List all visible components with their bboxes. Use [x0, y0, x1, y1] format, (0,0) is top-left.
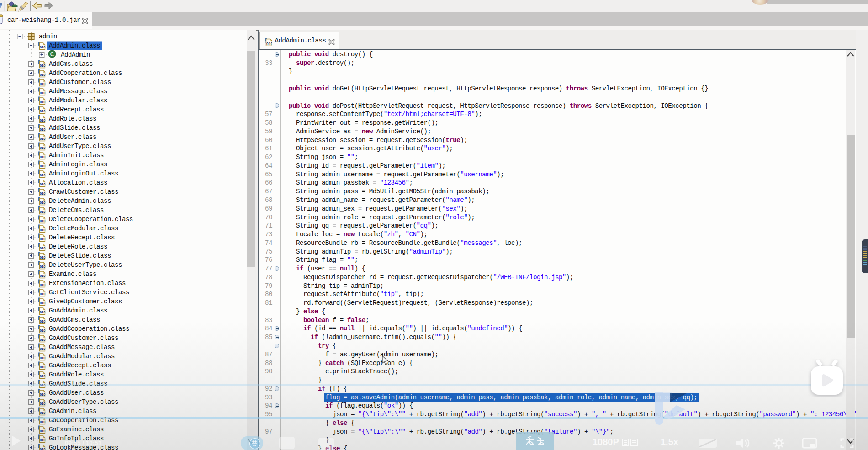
svg-text:AddAdmin: AddAdmin [61, 51, 90, 58]
svg-text:DeleteAdmin.class: DeleteAdmin.class [49, 197, 111, 205]
svg-text:010: 010 [40, 173, 46, 177]
svg-text:AddCms.class: AddCms.class [49, 60, 93, 68]
svg-text:AddMessage.class: AddMessage.class [49, 88, 107, 95]
svg-text:010: 010 [40, 338, 46, 342]
svg-text:010: 010 [40, 73, 46, 77]
svg-text:010: 010 [40, 265, 46, 269]
svg-text:GoAddCooperation.class: GoAddCooperation.class [49, 325, 129, 333]
svg-text:DeleteSlide.class: DeleteSlide.class [49, 252, 111, 259]
svg-text:AdminInit.class: AdminInit.class [49, 152, 104, 159]
svg-text:010: 010 [40, 429, 46, 433]
svg-text:010: 010 [40, 328, 46, 333]
svg-text:AddCustomer.class: AddCustomer.class [49, 79, 111, 86]
svg-text:010: 010 [40, 411, 46, 415]
svg-text:CrawlCustomer.class: CrawlCustomer.class [49, 188, 118, 196]
svg-text:010: 010 [40, 164, 46, 168]
svg-text:010: 010 [40, 45, 46, 49]
svg-text:010: 010 [40, 118, 46, 122]
svg-text:GoAddModular.class: GoAddModular.class [49, 353, 115, 360]
svg-text:010: 010 [40, 246, 46, 250]
svg-text:010: 010 [40, 100, 46, 104]
svg-text:GoExamine.class: GoExamine.class [49, 426, 104, 433]
svg-text:010: 010 [40, 347, 46, 351]
svg-text:010: 010 [40, 237, 46, 241]
svg-text:010: 010 [40, 191, 46, 196]
svg-text:GoAddRole.class: GoAddRole.class [49, 371, 104, 378]
svg-text:010: 010 [40, 255, 46, 259]
svg-text:AddRecept.class: AddRecept.class [49, 106, 104, 113]
svg-text:010: 010 [40, 274, 46, 278]
svg-text:010: 010 [40, 201, 46, 205]
svg-text:010: 010 [40, 420, 46, 424]
svg-text:010: 010 [40, 109, 46, 113]
svg-text:AdminLoginOut.class: AdminLoginOut.class [49, 170, 118, 177]
svg-text:Examine.class: Examine.class [49, 270, 96, 278]
svg-text:010: 010 [40, 402, 46, 406]
svg-text:GoAddMessage.class: GoAddMessage.class [49, 344, 115, 351]
svg-text:DeleteCooperation.class: DeleteCooperation.class [49, 216, 133, 223]
svg-text:010: 010 [40, 219, 46, 223]
svg-text:010: 010 [40, 228, 46, 232]
svg-text:010: 010 [40, 438, 46, 442]
svg-text:GoAddCustomer.class: GoAddCustomer.class [49, 334, 118, 342]
svg-text:010: 010 [40, 301, 46, 305]
svg-text:GetClientService.class: GetClientService.class [49, 289, 129, 296]
svg-text:AdminLogin.class: AdminLogin.class [49, 161, 107, 168]
svg-text:ExtensionAction.class: ExtensionAction.class [49, 280, 126, 287]
svg-text:AddUserType.class: AddUserType.class [49, 143, 111, 150]
svg-text:010: 010 [40, 182, 46, 186]
svg-text:GoAdmin.class: GoAdmin.class [49, 408, 96, 415]
svg-text:010: 010 [40, 210, 46, 214]
svg-text:010: 010 [40, 91, 46, 95]
svg-text:GiveUpCustomer.class: GiveUpCustomer.class [49, 298, 122, 305]
svg-text:010: 010 [40, 283, 46, 287]
svg-text:C: C [50, 51, 54, 58]
svg-text:GoAddCms.class: GoAddCms.class [49, 316, 100, 323]
svg-text:AddCooperation.class: AddCooperation.class [49, 69, 122, 77]
svg-text:010: 010 [40, 137, 46, 141]
svg-text:DeleteCms.class: DeleteCms.class [49, 206, 104, 214]
svg-text:010: 010 [40, 292, 46, 296]
svg-text:010: 010 [40, 447, 46, 450]
svg-text:010: 010 [40, 310, 46, 314]
svg-text:GoAddAdmin.class: GoAddAdmin.class [49, 307, 107, 314]
svg-text:AddAdmin.class: AddAdmin.class [49, 42, 100, 49]
svg-text:GoAddUser.class: GoAddUser.class [49, 389, 104, 397]
svg-text:DeleteRole.class: DeleteRole.class [49, 243, 107, 250]
svg-text:010: 010 [40, 365, 46, 369]
svg-text:010: 010 [266, 42, 272, 46]
svg-text:DeleteRecept.class: DeleteRecept.class [49, 234, 115, 241]
svg-text:Allocation.class: Allocation.class [49, 179, 107, 186]
svg-text:GoAddRecept.class: GoAddRecept.class [49, 362, 111, 369]
svg-text:010: 010 [40, 127, 46, 132]
svg-text:admin: admin [39, 33, 57, 40]
svg-text:010: 010 [40, 356, 46, 360]
svg-text:AddRole.class: AddRole.class [49, 115, 96, 122]
svg-text:GoAddUserType.class: GoAddUserType.class [49, 398, 118, 406]
svg-text:AddModular.class: AddModular.class [49, 97, 107, 104]
svg-text:AddUser.class: AddUser.class [49, 133, 96, 141]
svg-text:010: 010 [40, 64, 46, 68]
svg-text:010: 010 [40, 82, 46, 86]
svg-text:010: 010 [40, 374, 46, 378]
svg-text:010: 010 [40, 319, 46, 323]
svg-text:DeleteModular.class: DeleteModular.class [49, 225, 118, 232]
svg-text:010: 010 [40, 392, 46, 397]
svg-text:AddSlide.class: AddSlide.class [49, 124, 100, 132]
svg-text:010: 010 [40, 146, 46, 150]
svg-text:010: 010 [40, 155, 46, 159]
svg-text:DeleteUserType.class: DeleteUserType.class [49, 261, 122, 269]
